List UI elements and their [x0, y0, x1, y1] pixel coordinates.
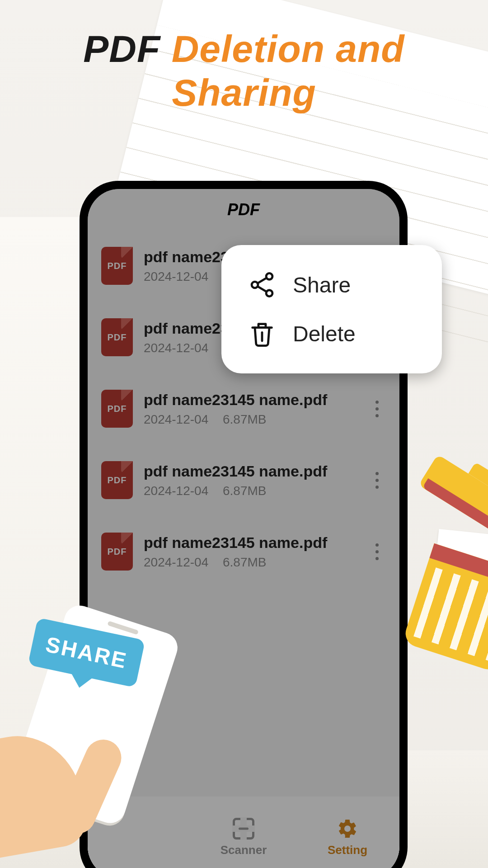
- context-menu-share[interactable]: Share: [226, 260, 437, 309]
- file-row[interactable]: PDF pdf name23145 name.pdf 2024-12-04 6.…: [88, 445, 399, 516]
- file-date: 2024-12-04: [144, 341, 208, 355]
- app-header-title: PDF: [227, 200, 260, 219]
- file-row-text: pdf name23145 name.pdf 2024-12-04 6.87MB: [144, 391, 357, 427]
- file-meta: 2024-12-04 6.87MB: [144, 412, 357, 427]
- file-size: 6.87MB: [223, 555, 267, 569]
- file-row[interactable]: PDF pdf name23145 name.pdf 2024-12-04 6.…: [88, 516, 399, 588]
- file-size: 6.87MB: [223, 484, 267, 498]
- pdf-file-icon: PDF: [101, 318, 133, 356]
- context-menu: Share Delete: [221, 245, 442, 373]
- app-header: PDF: [88, 189, 399, 231]
- file-name: pdf name23145 name.pdf: [144, 534, 357, 552]
- hero-prefix: PDF: [83, 28, 171, 70]
- scanner-icon: [233, 818, 254, 840]
- pdf-file-icon: PDF: [101, 461, 133, 499]
- file-name: pdf name23145 name.pdf: [144, 462, 357, 480]
- file-meta: 2024-12-04 6.87MB: [144, 484, 357, 498]
- file-row-text: pdf name23145 name.pdf 2024-12-04 6.87MB: [144, 462, 357, 498]
- file-date: 2024-12-04: [144, 555, 208, 569]
- gear-icon: [337, 818, 358, 840]
- file-meta: 2024-12-04 6.87MB: [144, 555, 357, 570]
- hero-highlight-line2: Sharing: [172, 71, 316, 114]
- file-name: pdf name23145 name.pdf: [144, 391, 357, 409]
- svg-point-2: [266, 290, 272, 297]
- decor-trash-can: [380, 479, 488, 669]
- hero-title: PDF Deletion and Sharing: [0, 27, 488, 114]
- pdf-file-icon: PDF: [101, 390, 133, 428]
- hero-highlight-line1: Deletion and: [172, 28, 405, 70]
- file-date: 2024-12-04: [144, 269, 208, 283]
- file-date: 2024-12-04: [144, 412, 208, 426]
- svg-point-0: [266, 273, 272, 279]
- share-icon: [248, 270, 277, 299]
- svg-point-1: [252, 282, 258, 288]
- nav-scanner[interactable]: Scanner: [192, 797, 296, 868]
- decor-hand-phone: SHARE: [0, 601, 190, 854]
- nav-setting-label: Setting: [328, 843, 367, 857]
- pdf-file-icon: PDF: [101, 247, 133, 285]
- svg-line-3: [258, 278, 267, 283]
- file-row[interactable]: PDF pdf name23145 name.pdf 2024-12-04 6.…: [88, 373, 399, 445]
- nav-scanner-label: Scanner: [221, 843, 267, 857]
- trash-icon: [248, 319, 277, 348]
- svg-line-4: [258, 286, 267, 292]
- context-menu-delete[interactable]: Delete: [226, 309, 437, 358]
- nav-setting[interactable]: Setting: [296, 797, 399, 868]
- file-row-text: pdf name23145 name.pdf 2024-12-04 6.87MB: [144, 534, 357, 570]
- file-size: 6.87MB: [223, 412, 267, 426]
- pdf-file-icon: PDF: [101, 533, 133, 571]
- more-options-button[interactable]: [368, 395, 386, 422]
- context-menu-delete-label: Delete: [293, 321, 356, 346]
- file-date: 2024-12-04: [144, 484, 208, 498]
- context-menu-share-label: Share: [293, 273, 351, 297]
